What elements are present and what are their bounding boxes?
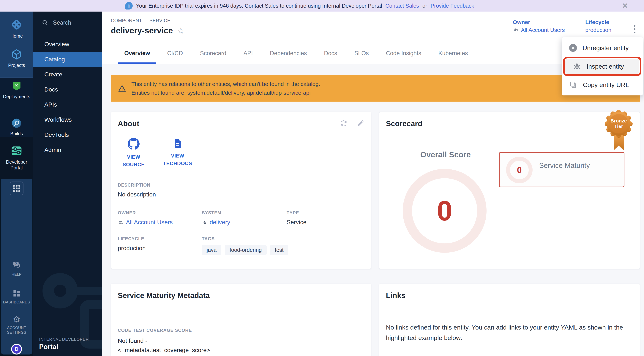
tab-dependencies[interactable]: Dependencies — [262, 43, 316, 64]
people-icon — [513, 27, 519, 33]
tag-chip[interactable]: test — [270, 245, 288, 255]
portal-sidebar: Search Overview Catalog Create Docs APIs… — [33, 12, 102, 356]
description-value: No description — [118, 191, 364, 198]
edit-pencil-icon[interactable] — [356, 120, 364, 127]
lifecycle-meta: Lifecycle production — [585, 19, 612, 33]
banner-close-icon[interactable]: ✕ — [622, 2, 628, 9]
links-empty-text: No links defined for this entity. You ca… — [386, 322, 633, 343]
refresh-icon[interactable] — [340, 120, 348, 127]
module-rail: Home Projects ∞ Deployments — [0, 12, 33, 356]
inspect-entity-highlight: Inspect entity — [563, 57, 642, 76]
type-field: TYPE Service — [286, 210, 364, 226]
gear-icon: ⚙ — [13, 315, 20, 324]
rail-item-help[interactable]: ? HELP — [12, 260, 22, 277]
warning-icon — [118, 84, 126, 93]
grid-icon — [13, 185, 20, 192]
rail-item-projects[interactable]: Projects — [8, 48, 25, 68]
dashboards-icon — [12, 289, 21, 298]
svg-text:∞: ∞ — [14, 82, 19, 88]
people-icon — [118, 220, 124, 225]
tab-cicd[interactable]: CI/CD — [158, 43, 191, 64]
sidebar-footer: INTERNAL DEVELOPER Portal — [39, 337, 89, 351]
view-source-link[interactable]: VIEW SOURCE — [118, 138, 150, 168]
provide-feedback-link[interactable]: Provide Feedback — [430, 3, 474, 9]
service-maturity-donut: 0 — [506, 157, 532, 183]
sidebar-item-devtools[interactable]: DevTools — [33, 127, 102, 142]
menu-item-unregister-entity[interactable]: ✕ Unregister entity — [562, 40, 643, 56]
bug-icon — [573, 62, 581, 70]
owner-field: OWNER All Account Users — [118, 210, 202, 226]
help-icon: ? — [12, 260, 22, 270]
banner-or-text: or — [422, 3, 427, 9]
tab-slos[interactable]: SLOs — [346, 43, 377, 64]
tab-scorecard[interactable]: Scorecard — [191, 43, 235, 64]
techdocs-icon — [172, 138, 183, 149]
coverage-score-value: Not found - <+metadata.test_coverage_sco… — [118, 336, 364, 355]
service-maturity-value: 0 — [517, 165, 522, 175]
overall-score-label: Overall Score — [386, 150, 505, 159]
links-card: Links No links defined for this entity. … — [379, 284, 640, 356]
tags-field: TAGS java food-ordering test — [202, 236, 364, 255]
contact-sales-link[interactable]: Contact Sales — [385, 3, 419, 9]
favorite-star-icon[interactable]: ☆ — [177, 26, 185, 35]
rail-item-account-settings[interactable]: ⚙ ACCOUNT SETTINGS — [7, 315, 26, 335]
rail-item-home[interactable]: Home — [10, 18, 23, 39]
sidebar-item-workflows[interactable]: Workflows — [33, 112, 102, 127]
sidebar-item-apis[interactable]: APIs — [33, 97, 102, 112]
svg-text:?: ? — [15, 262, 17, 266]
tab-code-insights[interactable]: Code Insights — [377, 43, 430, 64]
tab-api[interactable]: API — [235, 43, 262, 64]
overall-score-donut: 0 — [403, 169, 486, 253]
unregister-icon: ✕ — [569, 44, 577, 52]
module-switcher-button[interactable] — [10, 182, 24, 195]
entity-actions-menu: ✕ Unregister entity Inspect entity Copy … — [562, 37, 643, 96]
menu-item-inspect-entity[interactable]: Inspect entity — [565, 59, 639, 74]
owner-meta: Owner All Account Users — [513, 19, 565, 33]
about-owner-link[interactable]: All Account Users — [118, 219, 202, 226]
trial-banner-text: Your Enterprise IDP trial expires in 946… — [136, 3, 382, 9]
service-maturity-box[interactable]: 0 Service Maturity — [499, 152, 624, 187]
deployments-icon: ∞ — [11, 80, 22, 92]
system-link[interactable]: delivery — [202, 219, 286, 226]
overall-score-value: 0 — [437, 195, 452, 227]
rail-item-builds[interactable]: Builds — [10, 118, 23, 136]
github-icon — [128, 138, 140, 150]
relations-warning-banner: This entity has relations to other entit… — [111, 75, 640, 102]
home-icon — [10, 18, 23, 31]
tag-chip[interactable]: food-ordering — [225, 245, 267, 255]
sidebar-item-admin[interactable]: Admin — [33, 142, 102, 158]
projects-icon — [10, 48, 23, 60]
sidebar-item-overview[interactable]: Overview — [33, 37, 102, 52]
trial-banner: i Your Enterprise IDP trial expires in 9… — [0, 0, 644, 12]
builds-icon — [11, 118, 22, 129]
page-title: delivery-service — [111, 26, 173, 35]
developer-portal-icon — [10, 144, 23, 157]
sidebar-item-catalog[interactable]: Catalog — [33, 52, 102, 67]
svg-text:Bronze: Bronze — [610, 118, 627, 124]
about-card: About — [111, 112, 371, 269]
copy-icon — [569, 81, 577, 89]
view-techdocs-link[interactable]: VIEW TECHDOCS — [162, 138, 194, 168]
scorecard-card: Scorecard — [379, 112, 640, 269]
search-icon — [41, 19, 49, 26]
tag-chip[interactable]: java — [202, 245, 222, 255]
rail-item-dashboards[interactable]: DASHBOARDS — [3, 289, 30, 304]
rail-item-deployments[interactable]: ∞ Deployments — [3, 80, 30, 100]
sidebar-item-docs[interactable]: Docs — [33, 82, 102, 97]
tab-kubernetes[interactable]: Kubernetes — [430, 43, 476, 64]
rail-item-developer-portal[interactable]: Developer Portal — [0, 137, 33, 179]
service-maturity-label: Service Maturity — [539, 162, 590, 170]
system-field: SYSTEM delivery — [202, 210, 286, 226]
service-maturity-metadata-card: Service Maturity Metadata CODE TEST COVE… — [111, 284, 371, 356]
sidebar-search[interactable]: Search — [33, 12, 102, 32]
system-icon — [202, 220, 208, 225]
entity-menu-button[interactable] — [632, 22, 637, 36]
tab-docs[interactable]: Docs — [316, 43, 346, 64]
info-icon: i — [125, 2, 133, 10]
tab-overview[interactable]: Overview — [116, 43, 158, 64]
sidebar-item-create[interactable]: Create — [33, 67, 102, 82]
owner-link[interactable]: All Account Users — [513, 27, 565, 33]
lifecycle-field: LIFECYCLE production — [118, 236, 202, 255]
menu-item-copy-entity-url[interactable]: Copy entity URL — [562, 77, 643, 93]
user-avatar[interactable]: D — [11, 344, 22, 354]
